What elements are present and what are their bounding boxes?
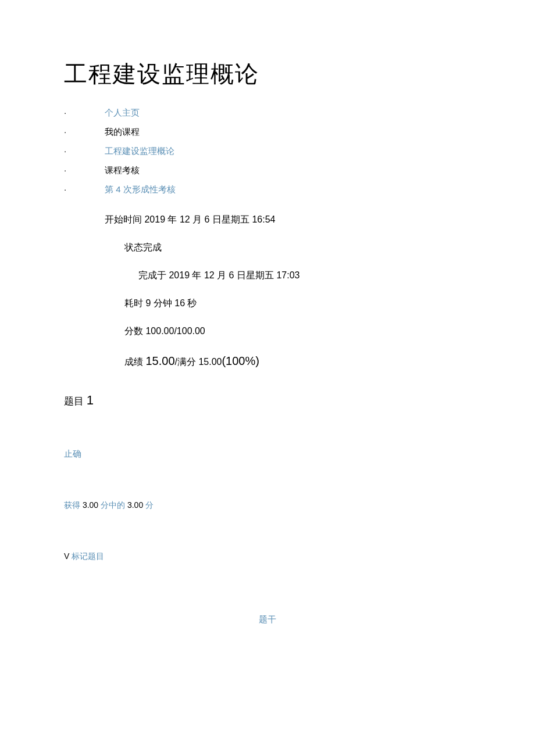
breadcrumb-item-courses: 我的课程 xyxy=(64,127,471,138)
grade-value: 15.00 xyxy=(145,354,174,367)
completed-at: 完成于 2019 年 12 月 6 日星期五 17:03 xyxy=(138,268,471,282)
score-mid: 分中的 xyxy=(101,500,127,510)
question-stem-label: 题干 xyxy=(64,614,471,625)
grade: 成绩 15.00/满分 15.00(100%) xyxy=(124,352,471,370)
breadcrumb-text: 我的课程 xyxy=(105,127,140,137)
start-time: 开始时间 2019 年 12 月 6 日星期五 16:54 xyxy=(105,213,471,227)
breadcrumb-link[interactable]: 个人主页 xyxy=(105,108,140,117)
score-a: 3.00 xyxy=(83,500,101,510)
score-suffix: 分 xyxy=(145,500,154,510)
page-title: 工程建设监理概论 xyxy=(64,58,471,90)
score-b: 3.00 xyxy=(127,500,145,510)
question-heading: 题目 1 xyxy=(64,393,471,408)
grade-sep: /满分 15.00 xyxy=(175,357,222,367)
question-score: 获得 3.00 分中的 3.00 分 xyxy=(64,500,471,511)
breadcrumb-item-course[interactable]: 工程建设监理概论 xyxy=(64,146,471,157)
duration: 耗时 9 分钟 16 秒 xyxy=(124,296,471,310)
breadcrumb-link[interactable]: 工程建设监理概论 xyxy=(105,146,174,156)
question-status: 止确 xyxy=(64,449,471,460)
flag-text: 标记题目 xyxy=(72,551,104,561)
status: 状态完成 xyxy=(124,241,471,255)
flag-question[interactable]: V 标记题目 xyxy=(64,551,471,562)
score: 分数 100.00/100.00 xyxy=(124,324,471,338)
breadcrumb: 个人主页 我的课程 工程建设监理概论 课程考核 第 4 次形成性考核 xyxy=(64,108,471,195)
breadcrumb-item-home[interactable]: 个人主页 xyxy=(64,108,471,119)
breadcrumb-link[interactable]: 第 4 次形成性考核 xyxy=(105,184,176,194)
score-prefix: 获得 xyxy=(64,500,83,510)
question-label-text: 题目 xyxy=(64,396,84,407)
breadcrumb-text: 课程考核 xyxy=(105,165,140,175)
flag-icon: V xyxy=(64,551,69,561)
question-number: 1 xyxy=(87,393,94,407)
grade-pct: (100%) xyxy=(222,354,259,367)
summary-block: 开始时间 2019 年 12 月 6 日星期五 16:54 状态完成 完成于 2… xyxy=(105,213,471,370)
grade-label: 成绩 xyxy=(124,357,143,367)
breadcrumb-item-quiz[interactable]: 第 4 次形成性考核 xyxy=(64,184,471,195)
breadcrumb-item-assessment: 课程考核 xyxy=(64,165,471,176)
